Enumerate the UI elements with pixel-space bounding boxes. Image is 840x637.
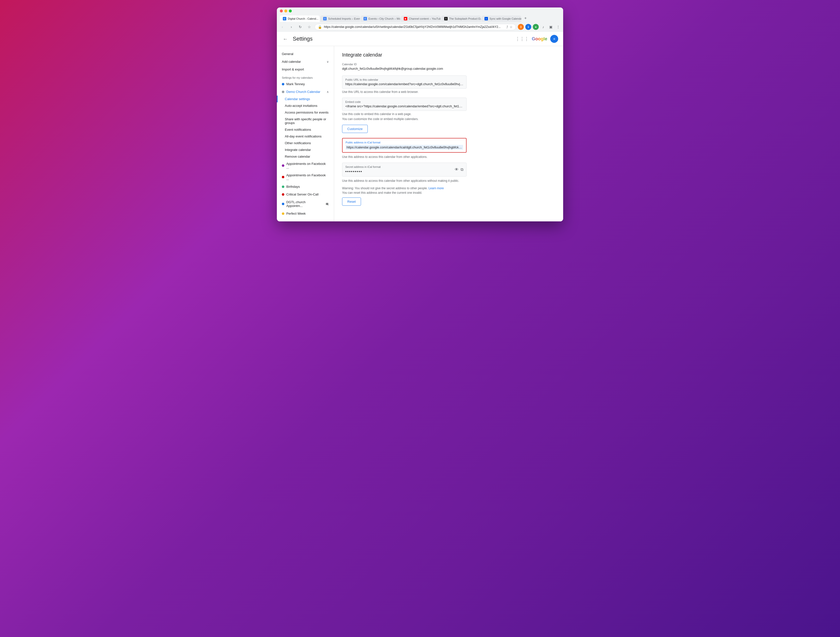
sidebar-sub-share-specific[interactable]: Share with specific people or groups xyxy=(277,116,334,126)
sidebar-sub-event-notifications[interactable]: Event notifications xyxy=(277,126,334,133)
sidebar-item-demo-church[interactable]: Demo Church Calendar ∧ xyxy=(277,88,334,96)
sidebar-section-header: Settings for my calendars xyxy=(277,73,334,80)
tab-label-events: Events ‹ City Church – Wo... xyxy=(368,17,400,20)
calendar-id-group: Calendar ID dgtl.church_fet1c0v8uu8e0hvj… xyxy=(342,63,555,71)
embed-code-label: Embed code xyxy=(345,100,463,103)
extension-sidebar[interactable]: ▣ xyxy=(548,24,554,30)
ical-public-box[interactable]: Public address in iCal format https://ca… xyxy=(342,138,467,153)
maximize-button[interactable] xyxy=(289,9,292,13)
sidebar-item-general[interactable]: General xyxy=(277,50,334,58)
address-text: https://calendar.google.com/calendar/u/0… xyxy=(324,25,504,28)
extension-icons: 3 ℹ ● ♪ ▣ ⋮ xyxy=(518,24,561,30)
ical-label: Public address in iCal format xyxy=(346,141,463,144)
reset-button[interactable]: Reset xyxy=(342,198,361,206)
sidebar-item-dgtl[interactable]: DGTL.church Appointm... 👁‍🗨 xyxy=(277,198,334,210)
extension-badge[interactable]: 3 xyxy=(518,24,524,30)
sidebar-sub-remove-calendar[interactable]: Remove calendar xyxy=(277,153,334,160)
embed-code-value: <iframe src="https://calendar.google.com… xyxy=(345,104,463,108)
extension-green[interactable]: ● xyxy=(533,24,539,30)
forward-nav-button[interactable]: › xyxy=(288,24,295,30)
page-content: ← Settings ⋮⋮⋮ Google ≡ General xyxy=(277,32,563,221)
public-url-value: https://calendar.google.com/calendar/emb… xyxy=(345,82,463,86)
calendar-dot-appointments2 xyxy=(282,176,284,178)
tab-label-youtube: Channel content – YouTube... xyxy=(409,17,441,20)
public-url-box[interactable]: Public URL to this calendar https://cale… xyxy=(342,76,467,89)
google-apps-icon[interactable]: ⋮⋮⋮ xyxy=(515,36,529,41)
bookmark-button[interactable]: ☆ xyxy=(306,24,313,30)
calendar-id-label: Calendar ID xyxy=(342,63,555,66)
address-bar-row: ‹ › ↻ ☆ 🔒 https://calendar.google.com/ca… xyxy=(277,22,563,32)
sidebar-item-mark-tenney[interactable]: Mark Tenney xyxy=(277,80,334,88)
settings-header-right: ⋮⋮⋮ Google ≡ xyxy=(515,35,558,43)
chevron-down-icon: ∨ xyxy=(327,60,329,63)
sidebar-item-import-export[interactable]: Import & export xyxy=(277,65,334,73)
sidebar-sub-other-notifications[interactable]: Other notifications xyxy=(277,140,334,146)
tab-label-subsplash: The Subsplash Product Eve... xyxy=(449,17,481,20)
tab-active[interactable]: C Digital Church - Calend... ✕ xyxy=(280,16,320,22)
secret-icons: 👁 ⧉ xyxy=(455,168,463,172)
eye-icon[interactable]: 👁 xyxy=(455,168,459,172)
secret-inner: Secret address in iCal format ••••••••• xyxy=(345,165,455,174)
secret-address-box: Secret address in iCal format ••••••••• … xyxy=(342,163,467,177)
tabs-row: C Digital Church - Calend... ✕ S Schedul… xyxy=(280,14,560,22)
sidebar-item-perfect-week[interactable]: Perfect Week xyxy=(277,210,334,217)
close-button[interactable] xyxy=(280,9,283,13)
tab-icon-sync: in xyxy=(485,17,488,21)
settings-back-button[interactable]: ← xyxy=(282,35,289,43)
settings-wrapper: General Add calendar ∨ Import & export S… xyxy=(277,46,563,221)
minimize-button[interactable] xyxy=(284,9,287,13)
tab-label-active: Digital Church - Calend... xyxy=(288,17,319,20)
calendar-dot-mark xyxy=(282,83,284,85)
reload-button[interactable]: ↻ xyxy=(297,24,304,30)
sidebar-item-birthdays[interactable]: Birthdays xyxy=(277,183,334,191)
customize-button[interactable]: Customize xyxy=(342,125,368,133)
star-icon[interactable]: ☆ xyxy=(510,25,513,29)
reset-info: You can reset this address and make the … xyxy=(342,191,555,194)
tab-icon-events: E xyxy=(363,17,367,21)
sidebar-item-appointments-fb2[interactable]: Appointments on Facebook ... xyxy=(277,171,334,183)
calendar-id-value: dgtl.church_fet1c0v8uu8e0hvjhgbfckfqhk@g… xyxy=(342,67,555,71)
extension-music[interactable]: ♪ xyxy=(540,24,546,30)
calendar-dot-birthdays xyxy=(282,185,284,188)
settings-title: Settings xyxy=(293,36,313,42)
ical-value: https://calendar.google.com/calendar/ica… xyxy=(346,145,463,150)
sidebar-item-add-calendar[interactable]: Add calendar ∨ xyxy=(277,58,334,65)
share-icon[interactable]: ⤴ xyxy=(506,25,508,29)
back-nav-button[interactable]: ‹ xyxy=(279,24,286,30)
tab-label-scheduled: Scheduled Imports – Event... xyxy=(328,17,360,20)
tab-label-sync: Sync with Google Calenda... xyxy=(489,17,521,20)
sidebar-sub-allday-notifications[interactable]: All-day event notifications xyxy=(277,133,334,140)
learn-more-link[interactable]: Learn more xyxy=(428,187,444,190)
menu-button[interactable]: ⋮ xyxy=(555,24,561,30)
sidebar-sub-integrate-calendar[interactable]: Integrate calendar xyxy=(277,146,334,153)
sidebar-sub-access-permissions[interactable]: Access permissions for events xyxy=(277,109,334,116)
address-bar[interactable]: 🔒 https://calendar.google.com/calendar/u… xyxy=(315,24,516,30)
new-tab-button[interactable]: + xyxy=(522,14,529,22)
copy-icon[interactable]: ⧉ xyxy=(461,168,463,172)
extension-info[interactable]: ℹ xyxy=(525,24,531,30)
settings-header: ← Settings ⋮⋮⋮ Google ≡ xyxy=(277,32,563,46)
tab-icon-scheduled: S xyxy=(323,17,327,21)
tab-scheduled[interactable]: S Scheduled Imports – Event... xyxy=(320,16,360,22)
embed-helper2: You can customize the code or embed mult… xyxy=(342,117,555,121)
google-account-button[interactable]: ≡ xyxy=(550,35,558,43)
secret-warning: Warning: You should not give the secret … xyxy=(342,187,555,190)
tab-sync[interactable]: in Sync with Google Calenda... xyxy=(482,16,521,22)
secret-label: Secret address in iCal format xyxy=(345,165,455,168)
sidebar-sub-calendar-settings[interactable]: Calendar settings xyxy=(277,96,334,102)
tab-youtube[interactable]: ▶ Channel content – YouTube... xyxy=(401,16,441,22)
public-url-label: Public URL to this calendar xyxy=(345,78,463,81)
sidebar-sub-auto-accept[interactable]: Auto-accept invitations xyxy=(277,102,334,109)
sidebar-item-appointments-fb1[interactable]: Appointments on Facebook ... xyxy=(277,160,334,171)
embed-helper1: Use this code to embed this calendar in … xyxy=(342,112,555,116)
settings-page: ← Settings ⋮⋮⋮ Google ≡ General xyxy=(277,32,563,221)
tab-subsplash[interactable]: S The Subsplash Product Eve... xyxy=(441,16,481,22)
sidebar-item-critical-server[interactable]: Critical Server On-Call xyxy=(277,191,334,198)
calendar-dot-perfect-week xyxy=(282,212,284,215)
tab-events[interactable]: E Events ‹ City Church – Wo... xyxy=(360,16,400,22)
calendar-dot-appointments1 xyxy=(282,164,284,167)
tab-icon-subsplash: S xyxy=(444,17,448,21)
embed-code-box[interactable]: Embed code <iframe src="https://calendar… xyxy=(342,98,467,111)
browser-window: C Digital Church - Calend... ✕ S Schedul… xyxy=(277,8,563,221)
tab-icon-youtube: ▶ xyxy=(404,17,407,21)
